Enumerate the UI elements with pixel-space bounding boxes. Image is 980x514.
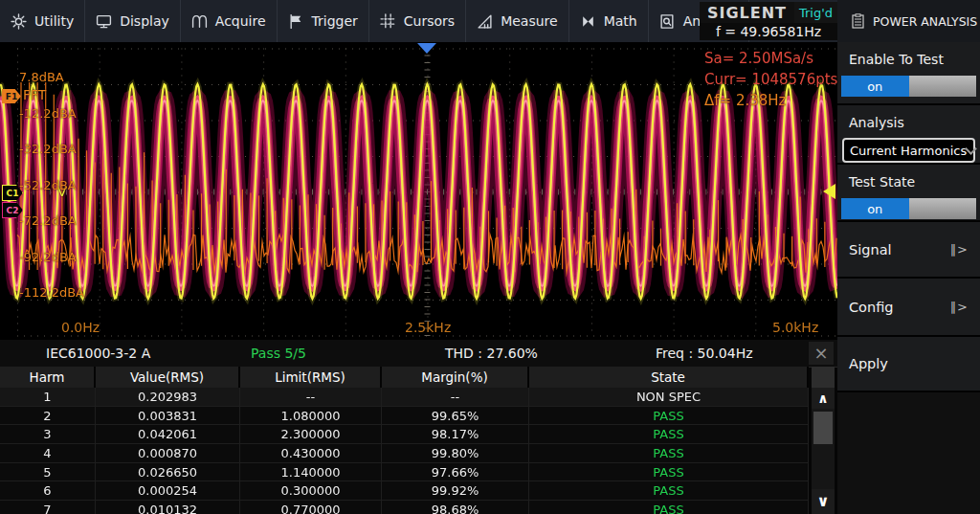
menu-item-display[interactable]: Display xyxy=(85,0,181,42)
limit-cell: 0.300000 xyxy=(240,481,382,500)
scroll-up-icon[interactable]: ∧ xyxy=(812,388,835,409)
oscilloscope-screen: UtilityDisplayAcquireTriggerCursorsMeasu… xyxy=(0,0,980,514)
scroll-down-icon[interactable]: ∨ xyxy=(812,489,835,514)
harm-cell: 3 xyxy=(0,425,96,443)
grid-icon xyxy=(380,13,396,30)
table-body: 10.202983----NON SPEC20.0038311.08000099… xyxy=(0,388,809,514)
table-row: 20.0038311.08000099.65%PASS xyxy=(0,407,809,426)
menu-item-acquire[interactable]: Acquire xyxy=(181,0,278,42)
menu-label: Display xyxy=(120,13,169,29)
frequency-readout: f = 49.96581Hz xyxy=(700,23,837,40)
signal-button[interactable]: Signal ∥> xyxy=(837,222,980,279)
fft-trace-label: FFT xyxy=(23,87,46,102)
table-row: 10.202983----NON SPEC xyxy=(0,388,809,407)
fft-scale-label: 7.8dBA xyxy=(19,70,64,84)
enable-to-test-toggle[interactable]: on xyxy=(841,76,976,97)
trigger-status-badge: Trig'd xyxy=(794,2,837,23)
waveform-display: F1 FFT C1 V C2 7.8dBA-12.2dBA-32.2dBA-52… xyxy=(0,42,837,340)
enable-to-test-section: Enable To Test on xyxy=(837,42,980,105)
standard-name: IEC61000-3-2 A xyxy=(46,340,150,367)
column-header: Limit(RMS) xyxy=(240,367,382,388)
value-cell: 0.000254 xyxy=(96,481,240,500)
toggle-off-segment[interactable] xyxy=(909,76,977,97)
analysis-dropdown-value: Current Harmonics xyxy=(850,144,967,158)
config-button[interactable]: Config ∥> xyxy=(837,279,980,337)
margin-cell: 99.92% xyxy=(382,481,529,500)
freq-readout-table: Freq : 50.04Hz xyxy=(656,340,753,367)
state-cell: PASS xyxy=(529,481,809,500)
monitor-icon xyxy=(96,13,112,30)
table-row: 30.0420612.30000098.17%PASS xyxy=(0,425,809,444)
menu-label: Utility xyxy=(34,13,74,29)
menu-label: Math xyxy=(604,13,637,29)
fft-scale-label: -52.2dBA xyxy=(19,178,77,192)
margin-cell: 99.65% xyxy=(382,407,529,425)
table-header-row: HarmValue(RMS)Limit(RMS)Margin(%)State xyxy=(0,367,809,388)
menu-label: Cursors xyxy=(404,13,455,29)
limit-cell: 0.770000 xyxy=(240,501,382,514)
value-cell: 0.003831 xyxy=(96,407,240,425)
menu-item-utility[interactable]: Utility xyxy=(0,0,85,42)
apply-label: Apply xyxy=(849,356,888,371)
state-cell: PASS xyxy=(529,444,809,462)
menu-label: Acquire xyxy=(215,13,266,29)
toggle-off-segment[interactable] xyxy=(909,198,977,219)
state-cell: PASS xyxy=(529,407,809,425)
limit-cell: 0.430000 xyxy=(240,444,382,462)
freq-axis-mid: 2.5kHz xyxy=(405,320,451,335)
margin-cell: 97.66% xyxy=(382,463,529,481)
value-cell: 0.026650 xyxy=(96,463,240,481)
harm-cell: 5 xyxy=(0,463,96,481)
column-header: State xyxy=(529,367,809,388)
value-cell: 0.010132 xyxy=(96,501,240,514)
state-cell: PASS xyxy=(529,463,809,481)
table-row: 60.0002540.30000099.92%PASS xyxy=(0,481,809,501)
thd-readout: THD : 27.60% xyxy=(445,340,538,367)
table-title-bar: IEC61000-3-2 A Pass 5/5 THD : 27.60% Fre… xyxy=(0,340,837,368)
margin-cell: -- xyxy=(382,388,529,406)
table-row: 70.0101320.77000098.68%PASS xyxy=(0,501,809,514)
menu-label: Trigger xyxy=(312,13,358,29)
harmonics-table: IEC61000-3-2 A Pass 5/5 THD : 27.60% Fre… xyxy=(0,340,837,514)
harm-cell: 7 xyxy=(0,501,96,514)
freq-axis-start: 0.0Hz xyxy=(61,320,100,335)
state-cell: PASS xyxy=(529,501,809,514)
pass-summary: Pass 5/5 xyxy=(251,340,306,367)
ruler-icon xyxy=(477,13,493,30)
table-row: 40.0008700.43000099.80%PASS xyxy=(0,444,809,463)
power-analysis-panel: Enable To Test on Analysis Current Harmo… xyxy=(837,42,980,514)
menu-item-cursors[interactable]: Cursors xyxy=(369,0,466,42)
limit-cell: 1.080000 xyxy=(240,407,382,425)
brand-status-box: SIGLENT Trig'd f = 49.96581Hz xyxy=(700,2,837,40)
test-state-section: Test State on xyxy=(837,165,980,222)
panel-title: POWER ANALYSIS xyxy=(873,14,977,29)
scrollbar-stub xyxy=(812,367,835,388)
trigger-position-marker[interactable] xyxy=(417,43,436,54)
scrollbar-thumb[interactable] xyxy=(813,412,833,444)
state-cell: NON SPEC xyxy=(529,388,809,406)
menu-item-measure[interactable]: Measure xyxy=(466,0,569,42)
menu-item-math[interactable]: Math xyxy=(569,0,649,42)
margin-cell: 98.17% xyxy=(382,425,529,443)
close-icon[interactable]: × xyxy=(809,342,834,365)
harm-cell: 6 xyxy=(0,481,96,500)
apply-button[interactable]: Apply xyxy=(837,337,980,392)
freq-axis-end: 5.0kHz xyxy=(772,320,818,335)
trigger-level-marker[interactable] xyxy=(823,184,835,199)
menu-item-trigger[interactable]: Trigger xyxy=(278,0,369,42)
test-state-toggle[interactable]: on xyxy=(841,198,976,219)
column-header: Value(RMS) xyxy=(96,367,240,388)
toggle-on-segment[interactable]: on xyxy=(841,76,909,97)
arch-icon xyxy=(191,13,208,30)
table-scrollbar[interactable]: ∧ ∨ xyxy=(812,388,835,514)
config-label: Config xyxy=(849,300,894,315)
analysis-dropdown[interactable]: Current Harmonics xyxy=(842,138,975,163)
toggle-on-segment[interactable]: on xyxy=(841,198,909,219)
value-cell: 0.202983 xyxy=(96,388,240,406)
harm-cell: 4 xyxy=(0,444,96,462)
margin-cell: 98.68% xyxy=(382,501,529,514)
chevron-down-icon xyxy=(965,143,977,155)
menu-label: Measure xyxy=(501,13,558,29)
fft-scale-label: -112.2dBA xyxy=(19,285,84,300)
doc-search-icon xyxy=(659,13,676,30)
